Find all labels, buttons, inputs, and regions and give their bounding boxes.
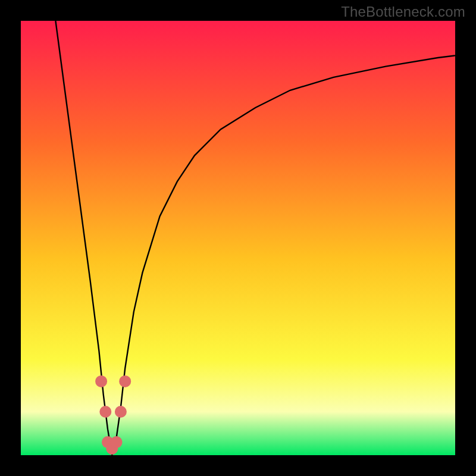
valley-dot <box>99 406 111 418</box>
chart-frame: TheBottleneck.com <box>0 0 476 476</box>
gradient-background <box>21 21 455 455</box>
plot-area <box>21 21 455 455</box>
valley-dot <box>119 375 131 387</box>
valley-dot <box>111 436 123 448</box>
valley-dot <box>95 375 107 387</box>
bottleneck-chart <box>21 21 455 455</box>
valley-dot <box>115 406 127 418</box>
watermark-text: TheBottleneck.com <box>341 4 465 20</box>
